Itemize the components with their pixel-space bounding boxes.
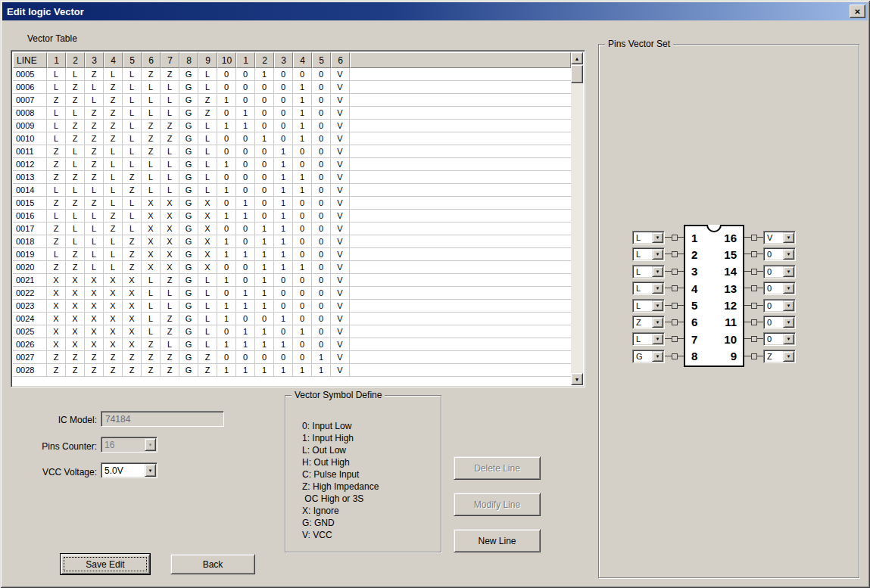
table-row-0015[interactable]: 0015ZZZLLXXGX010100V	[13, 197, 571, 210]
table-row-0009[interactable]: 0009LZZZLZZGL110010V	[13, 120, 571, 132]
chevron-down-icon[interactable]: ▼	[783, 249, 794, 260]
chevron-down-icon[interactable]: ▼	[652, 232, 663, 243]
chevron-down-icon[interactable]: ▼	[783, 266, 794, 277]
line-number-cell: 0009	[13, 120, 47, 132]
table-cell: V	[331, 184, 350, 197]
chevron-down-icon[interactable]: ▼	[783, 334, 794, 344]
pin-14-select[interactable]: 0▼	[763, 265, 796, 278]
table-row-0028[interactable]: 0028ZZZZZZZGZ111111V	[13, 364, 571, 377]
table-row-0016[interactable]: 0016LLLZLXXGX110100V	[13, 210, 571, 222]
save-edit-button[interactable]: Save Edit	[61, 554, 150, 574]
delete-line-button[interactable]: Delete Line	[454, 456, 541, 480]
table-cell: G	[179, 210, 198, 222]
table-cell: 0	[236, 68, 255, 81]
table-cell: Z	[85, 145, 104, 158]
table-cell: G	[179, 158, 198, 171]
column-header-15: 5	[312, 52, 331, 68]
legend-line: 0: Input Low	[302, 420, 379, 432]
table-row-0020[interactable]: 0020ZZLLZXXGX001110V	[13, 261, 571, 274]
new-line-button[interactable]: New Line	[454, 529, 541, 552]
chevron-down-icon[interactable]: ▼	[145, 438, 156, 451]
table-row-0022[interactable]: 0022XXXXXLLGL011000V	[13, 287, 571, 300]
table-row-0023[interactable]: 0023XXXXXLLGL111000V	[13, 300, 571, 313]
table-cell: X	[66, 300, 85, 313]
pin-11-select[interactable]: 0▼	[763, 316, 796, 329]
table-cell: L	[161, 145, 179, 158]
table-cell: Z	[47, 261, 66, 274]
pin-9-select[interactable]: Z▼	[763, 350, 796, 363]
pin-row: Z▼0▼	[632, 316, 796, 329]
scrollbar-thumb[interactable]	[571, 65, 583, 83]
chevron-down-icon[interactable]: ▼	[652, 249, 663, 260]
vertical-scrollbar[interactable]: ▲ ▼	[571, 52, 583, 385]
vcc-voltage-select[interactable]: 5.0V ▼	[101, 462, 157, 478]
pin-8-select[interactable]: G▼	[632, 350, 665, 363]
pin-13-select[interactable]: 0▼	[763, 282, 796, 295]
pin-16-select[interactable]: V▼	[763, 231, 796, 244]
table-cell: 1	[255, 300, 274, 313]
pin-12-select[interactable]: 0▼	[763, 299, 796, 313]
table-cell: 1	[274, 158, 293, 171]
chevron-down-icon[interactable]: ▼	[783, 283, 794, 294]
pin-15-select[interactable]: 0▼	[763, 247, 796, 261]
chevron-down-icon[interactable]: ▼	[652, 334, 663, 344]
chevron-down-icon[interactable]: ▼	[783, 300, 794, 311]
pin-connector	[665, 265, 684, 278]
table-row-0013[interactable]: 0013ZZZLZLLGL000110V	[13, 171, 571, 184]
chevron-down-icon[interactable]: ▼	[652, 317, 663, 328]
table-row-0005[interactable]: 0005LLZLLZZGL001000V	[13, 68, 571, 81]
table-cell: G	[179, 197, 198, 210]
table-row-0012[interactable]: 0012ZLZLLLLGL100100V	[13, 158, 571, 171]
pin-connector	[744, 350, 763, 363]
back-button[interactable]: Back	[170, 554, 255, 574]
ic-model-input[interactable]	[101, 411, 224, 427]
table-cell: Z	[161, 351, 179, 364]
pins-counter-select[interactable]: 16 ▼	[101, 437, 157, 453]
chevron-down-icon[interactable]: ▼	[783, 317, 794, 328]
table-cell: 0	[217, 261, 236, 274]
pin-4-select[interactable]: L▼	[632, 282, 665, 295]
chevron-down-icon[interactable]: ▼	[652, 351, 663, 362]
table-row-0021[interactable]: 0021XXXXXLZGL101000V	[13, 274, 571, 287]
pin-7-select[interactable]: L▼	[632, 332, 665, 346]
table-row-0019[interactable]: 0019LZLLZXXGX111100V	[13, 248, 571, 261]
close-button[interactable]: ✕	[850, 5, 865, 18]
column-header-6: 6	[142, 52, 161, 68]
pin-5-select[interactable]: L▼	[632, 299, 665, 313]
modify-line-button[interactable]: Modify Line	[454, 493, 541, 516]
table-row-0011[interactable]: 0011ZLZLLZLGL000100V	[13, 145, 571, 158]
table-row-0018[interactable]: 0018ZLLLZXXGX101100V	[13, 235, 571, 248]
pin-3-select[interactable]: L▼	[632, 265, 665, 278]
table-row-0006[interactable]: 0006LZLZLLLGL000010V	[13, 81, 571, 94]
table-cell: V	[331, 235, 350, 248]
pin-2-select[interactable]: L▼	[632, 247, 665, 261]
table-row-0024[interactable]: 0024XXXXXLZGL100100V	[13, 313, 571, 325]
chevron-down-icon[interactable]: ▼	[652, 266, 663, 277]
table-row-0017[interactable]: 0017ZLLZLXXGX001100V	[13, 222, 571, 235]
table-cell-filler	[350, 171, 571, 184]
chevron-down-icon[interactable]: ▼	[652, 300, 663, 311]
chevron-down-icon[interactable]: ▼	[783, 232, 794, 243]
table-row-0008[interactable]: 0008LLZZLLLGZ010010V	[13, 107, 571, 120]
table-row-0027[interactable]: 0027ZZZZZZZGZ000001V	[13, 351, 571, 364]
table-row-0010[interactable]: 0010LZZZLZZGL001010V	[13, 132, 571, 145]
table-cell: 0	[236, 94, 255, 107]
scroll-down-button[interactable]: ▼	[571, 373, 583, 385]
pin-1-select[interactable]: L▼	[632, 231, 665, 244]
table-row-0026[interactable]: 0026XXXXXZLGL111100V	[13, 338, 571, 351]
table-row-0025[interactable]: 0025XXXXXLZGL011010V	[13, 325, 571, 338]
chevron-down-icon[interactable]: ▼	[652, 283, 663, 294]
pin-6-select[interactable]: Z▼	[632, 316, 665, 329]
table-cell: X	[47, 338, 66, 351]
line-number-cell: 0021	[13, 274, 47, 287]
chevron-down-icon[interactable]: ▼	[783, 351, 794, 362]
table-row-0007[interactable]: 0007ZZLZLLLGZ100010V	[13, 94, 571, 107]
table-row-0014[interactable]: 0014LLLLZLLGL100110V	[13, 184, 571, 197]
table-cell: Z	[66, 81, 85, 94]
pin-10-select[interactable]: 0▼	[763, 332, 796, 346]
column-header-filler	[350, 52, 571, 68]
table-cell: L	[142, 300, 161, 313]
chevron-down-icon[interactable]: ▼	[145, 464, 156, 477]
scroll-up-button[interactable]: ▲	[571, 52, 583, 64]
table-cell: 0	[217, 145, 236, 158]
